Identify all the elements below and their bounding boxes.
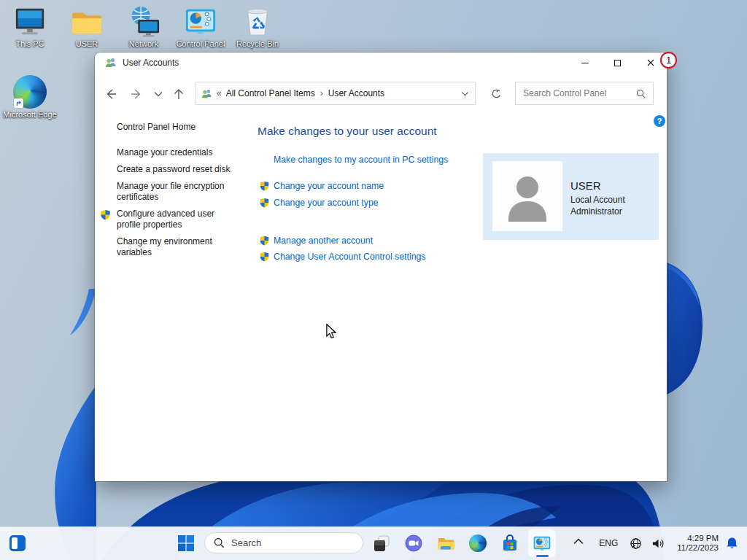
breadcrumb-collapsed[interactable]: « xyxy=(212,88,226,98)
user-account-kind: Local Account xyxy=(570,194,625,206)
taskbar-search-button[interactable]: Search xyxy=(204,532,363,553)
search-icon xyxy=(214,537,225,548)
breadcrumb-user-accounts-icon xyxy=(201,88,212,99)
shortcut-arrow-icon xyxy=(14,98,23,108)
notification-bell-icon[interactable] xyxy=(726,537,738,550)
uac-shield-icon xyxy=(259,236,274,246)
sidebar-item-password-reset-disk[interactable]: Create a password reset disk xyxy=(100,164,243,175)
annotation-circle-1: 1 xyxy=(660,52,677,69)
link-change-uac-settings[interactable]: Change User Account Control settings xyxy=(259,252,425,262)
store-button[interactable] xyxy=(501,534,519,552)
refresh-icon xyxy=(491,88,502,99)
this-pc-icon xyxy=(13,4,47,38)
sidebar-item-manage-credentials[interactable]: Manage your credentials xyxy=(100,147,243,158)
clock[interactable]: 4:29 PM 11/22/2023 xyxy=(677,534,719,553)
link-pc-settings[interactable]: Make changes to my account in PC setting… xyxy=(274,155,448,165)
user-name: USER xyxy=(570,179,625,192)
search-box xyxy=(515,82,654,105)
page-title: Make changes to your user account xyxy=(258,125,437,138)
system-tray: ENG 4:29 PM 11/22/2023 xyxy=(599,526,747,560)
window-title: User Accounts xyxy=(123,58,179,68)
navigation-bar: « All Control Panel Items › User Account… xyxy=(95,73,667,114)
forward-button[interactable] xyxy=(128,86,144,102)
file-explorer-icon xyxy=(437,534,454,552)
user-accounts-window: User Accounts xyxy=(95,52,667,481)
forward-icon xyxy=(130,88,143,101)
control-panel-icon xyxy=(533,534,551,553)
desktop-icon-network[interactable]: Network xyxy=(115,4,172,48)
refresh-button[interactable] xyxy=(484,82,508,105)
store-icon xyxy=(501,534,519,552)
breadcrumb-item-user-accounts[interactable]: User Accounts xyxy=(328,88,384,98)
desktop-icon-control-panel[interactable]: Control Panel xyxy=(172,4,229,48)
back-icon xyxy=(104,88,117,101)
desktop-icon-label: Microsoft Edge xyxy=(1,110,58,119)
title-bar[interactable]: User Accounts xyxy=(95,52,667,73)
search-icon xyxy=(636,89,646,98)
chevron-up-icon xyxy=(573,538,584,545)
folder-icon xyxy=(70,4,104,38)
user-avatar xyxy=(492,161,562,231)
edge-icon xyxy=(469,534,487,552)
uac-shield-icon xyxy=(259,181,274,191)
active-app-indicator xyxy=(536,555,549,557)
user-account-card: USER Local Account Administrator xyxy=(483,153,659,240)
mouse-cursor xyxy=(325,324,337,340)
tray-time: 4:29 PM xyxy=(677,534,719,543)
control-panel-taskbar-button[interactable] xyxy=(528,529,556,557)
uac-shield-icon xyxy=(100,209,117,230)
recent-pages-button[interactable] xyxy=(150,86,166,102)
chat-button[interactable] xyxy=(405,534,422,552)
back-button[interactable] xyxy=(103,86,119,102)
link-manage-another-account[interactable]: Manage another account xyxy=(259,236,373,246)
address-dropdown-button[interactable] xyxy=(461,91,469,96)
control-panel-icon xyxy=(184,4,217,38)
widgets-button[interactable] xyxy=(9,534,26,552)
breadcrumb-item-all-control-panel-items[interactable]: All Control Panel Items xyxy=(226,88,315,98)
help-button[interactable]: ? xyxy=(654,115,665,127)
uac-shield-icon xyxy=(259,252,274,262)
start-button[interactable] xyxy=(177,534,195,552)
language-indicator[interactable]: ENG xyxy=(599,538,618,548)
windows-logo-icon xyxy=(177,534,195,552)
volume-icon[interactable] xyxy=(651,537,665,550)
link-change-account-name[interactable]: Change your account name xyxy=(259,181,384,191)
desktop: This PC USER Network xyxy=(0,0,747,560)
link-change-account-type[interactable]: Change your account type xyxy=(259,198,379,208)
file-explorer-button[interactable] xyxy=(437,534,454,552)
maximize-button[interactable] xyxy=(601,52,634,73)
chat-icon xyxy=(405,534,422,552)
user-accounts-icon xyxy=(105,57,117,69)
minimize-button[interactable] xyxy=(568,52,601,73)
uac-shield-icon xyxy=(259,198,274,208)
close-icon xyxy=(647,59,654,66)
up-button[interactable] xyxy=(171,86,187,102)
desktop-icon-label: USER xyxy=(58,39,115,48)
sidebar-item-environment-variables[interactable]: Change my environment variables xyxy=(100,236,243,258)
search-input[interactable] xyxy=(516,88,636,98)
sidebar-item-control-panel-home[interactable]: Control Panel Home xyxy=(117,122,246,132)
sidebar-item-advanced-user-profile[interactable]: Configure advanced user profile properti… xyxy=(100,209,243,230)
desktop-icon-microsoft-edge[interactable]: Microsoft Edge xyxy=(1,75,58,119)
minimize-icon xyxy=(581,63,589,63)
network-icon xyxy=(127,4,160,38)
task-view-button[interactable] xyxy=(373,534,390,552)
recycle-bin-icon xyxy=(241,4,274,38)
taskbar-search-label: Search xyxy=(231,537,261,548)
sidebar-item-file-encryption-certificates[interactable]: Manage your file encryption certificates xyxy=(100,181,243,203)
desktop-icon-this-pc[interactable]: This PC xyxy=(1,4,58,48)
task-view-icon xyxy=(373,534,390,552)
up-icon xyxy=(173,88,185,101)
desktop-icon-label: Recycle Bin xyxy=(229,39,286,48)
breadcrumb-separator: › xyxy=(315,88,328,98)
tray-overflow-button[interactable] xyxy=(573,538,585,548)
desktop-icon-label: Control Panel xyxy=(172,39,229,48)
chevron-down-icon xyxy=(154,91,163,97)
desktop-icon-recycle-bin[interactable]: Recycle Bin xyxy=(229,4,286,48)
widgets-icon xyxy=(9,534,26,552)
address-bar[interactable]: « All Control Panel Items › User Account… xyxy=(196,82,476,105)
desktop-icon-user-folder[interactable]: USER xyxy=(58,4,115,48)
sidebar: Control Panel Home Manage your credentia… xyxy=(100,114,246,258)
edge-taskbar-button[interactable] xyxy=(469,534,487,552)
network-no-internet-icon[interactable] xyxy=(630,537,642,550)
